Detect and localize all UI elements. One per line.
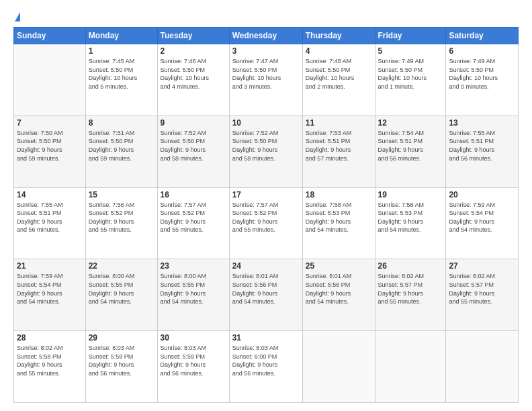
day-number: 21 — [17, 261, 83, 271]
day-number: 3 — [232, 46, 300, 56]
day-number: 12 — [378, 118, 443, 128]
day-info: Sunrise: 8:03 AM Sunset: 6:00 PM Dayligh… — [232, 344, 300, 377]
day-number: 16 — [161, 190, 226, 199]
calendar-cell: 18Sunrise: 7:58 AM Sunset: 5:53 PM Dayli… — [302, 187, 375, 259]
calendar-cell: 7Sunrise: 7:50 AM Sunset: 5:50 PM Daylig… — [14, 116, 86, 187]
calendar-cell: 21Sunrise: 7:59 AM Sunset: 5:54 PM Dayli… — [14, 259, 86, 331]
calendar-day-header: Sunday — [14, 28, 86, 44]
day-info: Sunrise: 8:02 AM Sunset: 5:57 PM Dayligh… — [378, 272, 443, 306]
day-info: Sunrise: 7:58 AM Sunset: 5:53 PM Dayligh… — [378, 201, 443, 234]
calendar-week-row: 28Sunrise: 8:02 AM Sunset: 5:58 PM Dayli… — [14, 331, 519, 403]
day-info: Sunrise: 7:53 AM Sunset: 5:51 PM Dayligh… — [306, 129, 372, 163]
calendar-cell — [14, 44, 86, 116]
day-number: 26 — [378, 261, 443, 271]
calendar-cell: 5Sunrise: 7:49 AM Sunset: 5:50 PM Daylig… — [375, 44, 446, 116]
calendar-cell: 11Sunrise: 7:53 AM Sunset: 5:51 PM Dayli… — [302, 116, 375, 187]
day-info: Sunrise: 7:55 AM Sunset: 5:51 PM Dayligh… — [17, 201, 83, 234]
day-number: 28 — [17, 333, 83, 342]
day-info: Sunrise: 7:59 AM Sunset: 5:54 PM Dayligh… — [17, 272, 83, 306]
day-number: 25 — [306, 261, 372, 271]
day-number: 20 — [449, 190, 515, 199]
calendar-cell: 17Sunrise: 7:57 AM Sunset: 5:52 PM Dayli… — [229, 187, 302, 259]
calendar-day-header: Friday — [375, 28, 446, 44]
calendar-cell: 3Sunrise: 7:47 AM Sunset: 5:50 PM Daylig… — [229, 44, 302, 116]
day-info: Sunrise: 7:49 AM Sunset: 5:50 PM Dayligh… — [378, 57, 443, 91]
calendar-cell: 27Sunrise: 8:02 AM Sunset: 5:57 PM Dayli… — [446, 259, 519, 331]
day-info: Sunrise: 7:47 AM Sunset: 5:50 PM Dayligh… — [232, 57, 300, 91]
calendar-cell: 6Sunrise: 7:49 AM Sunset: 5:50 PM Daylig… — [446, 44, 519, 116]
calendar-cell: 22Sunrise: 8:00 AM Sunset: 5:55 PM Dayli… — [85, 259, 157, 331]
calendar-cell: 12Sunrise: 7:54 AM Sunset: 5:51 PM Dayli… — [375, 116, 446, 187]
calendar-week-row: 1Sunrise: 7:45 AM Sunset: 5:50 PM Daylig… — [14, 44, 519, 116]
calendar-cell: 26Sunrise: 8:02 AM Sunset: 5:57 PM Dayli… — [375, 259, 446, 331]
day-number: 31 — [232, 333, 300, 342]
day-info: Sunrise: 8:02 AM Sunset: 5:58 PM Dayligh… — [17, 344, 83, 377]
day-number: 30 — [161, 333, 226, 342]
day-number: 15 — [89, 190, 154, 199]
day-info: Sunrise: 7:45 AM Sunset: 5:50 PM Dayligh… — [89, 57, 154, 91]
calendar-cell: 24Sunrise: 8:01 AM Sunset: 5:56 PM Dayli… — [229, 259, 302, 331]
calendar-table: SundayMondayTuesdayWednesdayThursdayFrid… — [13, 27, 519, 403]
day-number: 7 — [17, 118, 83, 128]
calendar-cell: 16Sunrise: 7:57 AM Sunset: 5:52 PM Dayli… — [157, 187, 229, 259]
day-number: 14 — [17, 190, 83, 199]
day-number: 24 — [232, 261, 300, 271]
calendar-day-header: Tuesday — [157, 28, 229, 44]
calendar-cell: 10Sunrise: 7:52 AM Sunset: 5:50 PM Dayli… — [229, 116, 302, 187]
calendar-week-row: 21Sunrise: 7:59 AM Sunset: 5:54 PM Dayli… — [14, 259, 519, 331]
day-number: 1 — [89, 46, 154, 56]
day-number: 6 — [449, 46, 515, 56]
day-info: Sunrise: 8:01 AM Sunset: 5:56 PM Dayligh… — [232, 272, 300, 306]
day-info: Sunrise: 7:52 AM Sunset: 5:50 PM Dayligh… — [161, 129, 226, 163]
day-info: Sunrise: 8:00 AM Sunset: 5:55 PM Dayligh… — [89, 272, 154, 306]
day-info: Sunrise: 7:48 AM Sunset: 5:50 PM Dayligh… — [306, 57, 372, 91]
day-number: 13 — [449, 118, 515, 128]
day-info: Sunrise: 7:55 AM Sunset: 5:51 PM Dayligh… — [449, 129, 515, 163]
day-info: Sunrise: 7:57 AM Sunset: 5:52 PM Dayligh… — [161, 201, 226, 234]
day-number: 29 — [89, 333, 154, 342]
header — [13, 12, 519, 20]
calendar-cell: 13Sunrise: 7:55 AM Sunset: 5:51 PM Dayli… — [446, 116, 519, 187]
calendar-header-row: SundayMondayTuesdayWednesdayThursdayFrid… — [14, 28, 519, 44]
calendar-cell: 23Sunrise: 8:00 AM Sunset: 5:55 PM Dayli… — [157, 259, 229, 331]
calendar-cell — [302, 331, 375, 403]
day-number: 19 — [378, 190, 443, 199]
day-number: 2 — [161, 46, 226, 56]
page: SundayMondayTuesdayWednesdayThursdayFrid… — [0, 0, 532, 411]
day-info: Sunrise: 7:56 AM Sunset: 5:52 PM Dayligh… — [89, 201, 154, 234]
day-number: 17 — [232, 190, 300, 199]
calendar-cell: 30Sunrise: 8:03 AM Sunset: 5:59 PM Dayli… — [157, 331, 229, 403]
logo-icon — [15, 12, 20, 21]
day-info: Sunrise: 7:51 AM Sunset: 5:50 PM Dayligh… — [89, 129, 154, 163]
calendar-cell — [446, 331, 519, 403]
day-number: 11 — [306, 118, 372, 128]
calendar-cell: 19Sunrise: 7:58 AM Sunset: 5:53 PM Dayli… — [375, 187, 446, 259]
calendar-cell: 31Sunrise: 8:03 AM Sunset: 6:00 PM Dayli… — [229, 331, 302, 403]
calendar-cell: 8Sunrise: 7:51 AM Sunset: 5:50 PM Daylig… — [85, 116, 157, 187]
calendar-cell: 28Sunrise: 8:02 AM Sunset: 5:58 PM Dayli… — [14, 331, 86, 403]
calendar-cell: 25Sunrise: 8:01 AM Sunset: 5:56 PM Dayli… — [302, 259, 375, 331]
calendar-cell: 20Sunrise: 7:59 AM Sunset: 5:54 PM Dayli… — [446, 187, 519, 259]
calendar-day-header: Thursday — [302, 28, 375, 44]
day-info: Sunrise: 8:02 AM Sunset: 5:57 PM Dayligh… — [449, 272, 515, 306]
day-number: 27 — [449, 261, 515, 271]
day-info: Sunrise: 8:03 AM Sunset: 5:59 PM Dayligh… — [161, 344, 226, 377]
day-info: Sunrise: 7:57 AM Sunset: 5:52 PM Dayligh… — [232, 201, 300, 234]
calendar-cell: 2Sunrise: 7:46 AM Sunset: 5:50 PM Daylig… — [157, 44, 229, 116]
day-number: 18 — [306, 190, 372, 199]
calendar-cell: 29Sunrise: 8:03 AM Sunset: 5:59 PM Dayli… — [85, 331, 157, 403]
calendar-day-header: Saturday — [446, 28, 519, 44]
day-info: Sunrise: 7:59 AM Sunset: 5:54 PM Dayligh… — [449, 201, 515, 234]
calendar-week-row: 14Sunrise: 7:55 AM Sunset: 5:51 PM Dayli… — [14, 187, 519, 259]
calendar-day-header: Wednesday — [229, 28, 302, 44]
calendar-cell: 4Sunrise: 7:48 AM Sunset: 5:50 PM Daylig… — [302, 44, 375, 116]
day-number: 22 — [89, 261, 154, 271]
day-info: Sunrise: 7:49 AM Sunset: 5:50 PM Dayligh… — [449, 57, 515, 91]
day-number: 4 — [306, 46, 372, 56]
logo-text — [13, 12, 20, 23]
day-info: Sunrise: 7:46 AM Sunset: 5:50 PM Dayligh… — [161, 57, 226, 91]
day-info: Sunrise: 8:01 AM Sunset: 5:56 PM Dayligh… — [306, 272, 372, 306]
day-number: 9 — [161, 118, 226, 128]
day-number: 5 — [378, 46, 443, 56]
calendar-day-header: Monday — [85, 28, 157, 44]
